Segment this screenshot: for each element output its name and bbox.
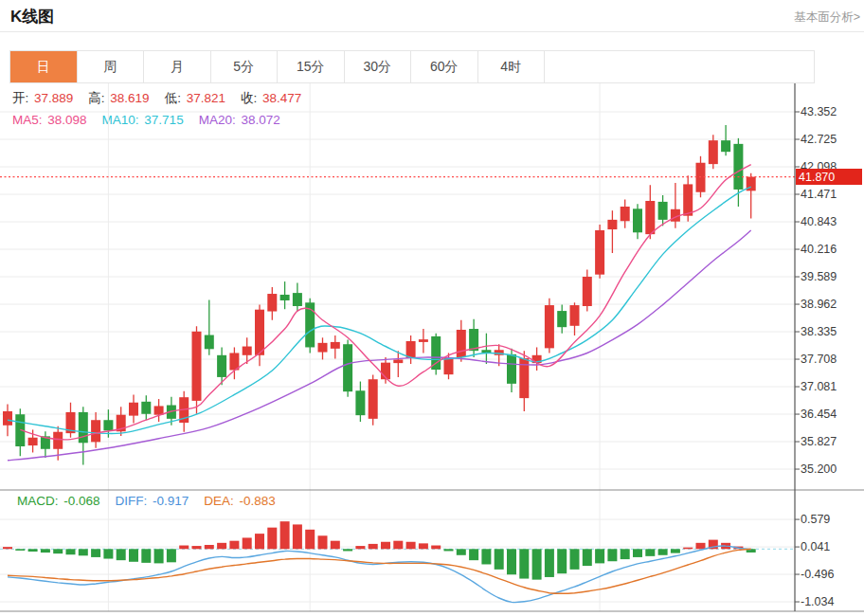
candle-body <box>419 339 428 342</box>
candle-body <box>192 332 202 401</box>
macd-hist-bar <box>41 549 50 553</box>
candle-body <box>683 184 693 215</box>
macd-item: MACD: -0.068 <box>17 494 100 508</box>
candle-body <box>3 411 12 426</box>
candle-body <box>141 402 151 414</box>
candle-body <box>431 336 441 370</box>
macd-tick-label: 0.579 <box>801 513 830 527</box>
macd-hist-bar <box>28 549 38 552</box>
macd-hist-bar <box>91 549 100 557</box>
macd-hist-bar <box>431 546 441 550</box>
macd-hist-bar <box>495 549 504 570</box>
macd-hist-bar <box>117 549 126 560</box>
candle-body <box>658 202 668 220</box>
candle-body <box>721 140 730 152</box>
macd-hist-bar <box>419 543 428 549</box>
macd-tick-label: -1.034 <box>801 595 834 609</box>
macd-hist-bar <box>671 549 680 553</box>
macd-hist-bar <box>255 534 264 549</box>
macd-hist-bar <box>444 549 454 551</box>
candle-body <box>331 342 340 349</box>
macd-hist-bar <box>381 542 390 550</box>
candle-body <box>393 359 403 363</box>
candle-body <box>91 420 100 442</box>
macd-hist-bar <box>570 549 580 570</box>
candle-body <box>570 305 580 326</box>
macd-hist-bar <box>331 541 340 550</box>
macd-header: MACD: -0.068DIFF: -0.917DEA: -0.883 <box>17 494 291 508</box>
macd-hist-bar <box>154 549 164 563</box>
price-tick-label: 36.454 <box>801 408 837 422</box>
candle-body <box>633 208 642 232</box>
candle-body <box>733 144 743 190</box>
price-tick-label: 38.335 <box>801 325 837 339</box>
candle-body <box>457 330 466 357</box>
candle-body <box>709 140 718 164</box>
candle-body <box>507 354 516 384</box>
candle-body <box>369 379 378 419</box>
price-tick-label: 42.725 <box>801 133 837 147</box>
macd-hist-bar <box>293 524 302 549</box>
macd-hist-bar <box>179 546 189 550</box>
candle-body <box>583 277 592 306</box>
macd-hist-bar <box>621 549 630 559</box>
macd-hist-bar <box>229 541 239 550</box>
candle-body <box>621 207 630 221</box>
price-tick-label: 40.843 <box>801 215 837 229</box>
kline-widget: K线图 基本面分析> 日周月5分15分30分60分4时 开: 37.889高: … <box>0 0 864 616</box>
macd-hist-bar <box>545 549 554 577</box>
candle-body <box>444 357 454 374</box>
macd-hist-bar <box>243 537 252 549</box>
macd-hist-bar <box>607 549 617 561</box>
price-tick-label: 37.081 <box>801 380 837 394</box>
macd-hist-bar <box>343 549 352 551</box>
macd-hist-bar <box>532 549 542 579</box>
macd-hist-bar <box>507 549 516 574</box>
macd-hist-bar <box>658 549 668 554</box>
macd-hist-bar <box>557 549 567 573</box>
macd-hist-bar <box>457 549 466 554</box>
macd-hist-bar <box>469 549 478 560</box>
macd-hist-bar <box>645 549 655 556</box>
macd-hist-bar <box>305 530 315 549</box>
price-tick-label: 41.471 <box>801 188 837 202</box>
macd-item: DIFF: -0.917 <box>116 494 189 508</box>
macd-hist-bar <box>66 549 76 554</box>
macd-tick-label: -0.496 <box>801 568 834 582</box>
macd-hist-bar <box>318 535 328 549</box>
macd-hist-bar <box>683 548 693 550</box>
price-tick-label: 39.589 <box>801 270 837 284</box>
macd-hist-bar <box>53 549 63 553</box>
candle-body <box>129 403 138 416</box>
current-price-badge: 41.870 <box>796 169 862 185</box>
macd-hist-bar <box>103 549 113 558</box>
macd-hist-bar <box>205 545 214 549</box>
macd-hist-bar <box>280 521 290 549</box>
price-tick-label: 35.827 <box>801 435 837 449</box>
candle-body <box>280 295 290 300</box>
candle-body <box>696 163 706 192</box>
macd-item: DEA: -0.883 <box>204 494 276 508</box>
macd-hist-bar <box>129 549 138 561</box>
macd-hist-bar <box>393 541 403 550</box>
macd-hist-bar <box>519 549 529 578</box>
candle-body <box>103 420 113 430</box>
candle-body <box>28 438 38 445</box>
price-tick-label: 43.352 <box>801 105 837 119</box>
candle-body <box>595 230 604 275</box>
candle-body <box>53 432 63 449</box>
candle-body <box>557 311 567 327</box>
macd-hist-bar <box>15 549 25 551</box>
price-tick-label: 38.962 <box>801 298 837 312</box>
macd-hist-bar <box>192 546 202 549</box>
macd-hist-bar <box>355 546 365 549</box>
macd-hist-bar <box>369 544 378 549</box>
macd-hist-bar <box>217 543 226 549</box>
candle-body <box>217 355 226 377</box>
candle-body <box>205 335 214 350</box>
macd-hist-bar <box>167 549 176 562</box>
candle-body <box>343 344 352 391</box>
macd-hist-bar <box>633 549 642 557</box>
price-tick-label: 35.200 <box>801 462 837 477</box>
kline-chart[interactable] <box>0 0 864 616</box>
